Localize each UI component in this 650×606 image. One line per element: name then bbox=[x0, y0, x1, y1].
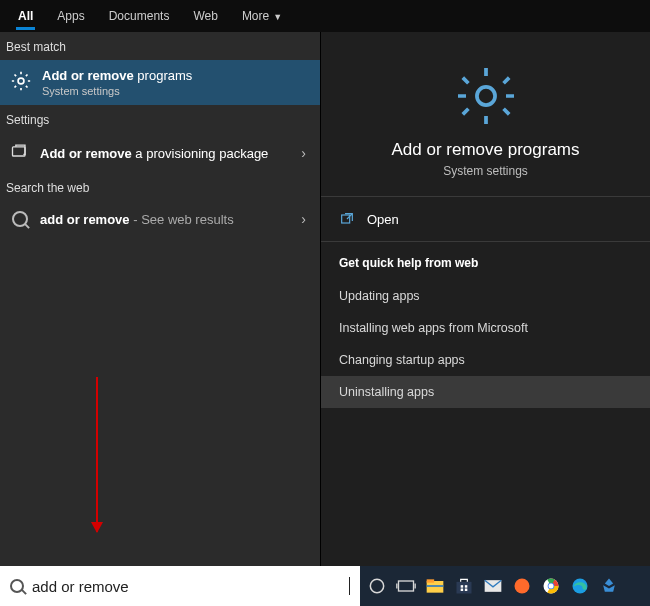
svg-rect-5 bbox=[399, 581, 414, 591]
result-subtitle: System settings bbox=[42, 85, 310, 97]
results-column: Best match Add or remove programs System… bbox=[0, 32, 320, 566]
tab-documents[interactable]: Documents bbox=[99, 3, 180, 29]
svg-point-4 bbox=[370, 579, 383, 592]
search-input[interactable] bbox=[32, 578, 348, 595]
annotation-arrow bbox=[96, 377, 98, 532]
open-icon bbox=[339, 211, 355, 227]
help-changing-startup[interactable]: Changing startup apps bbox=[321, 344, 650, 376]
tab-web[interactable]: Web bbox=[183, 3, 227, 29]
mail-icon[interactable] bbox=[482, 575, 504, 597]
result-add-remove-programs[interactable]: Add or remove programs System settings bbox=[0, 60, 320, 105]
microsoft-store-icon[interactable] bbox=[453, 575, 475, 597]
open-label: Open bbox=[367, 212, 399, 227]
tab-all[interactable]: All bbox=[8, 3, 43, 29]
chevron-down-icon: ▼ bbox=[273, 12, 282, 22]
text-cursor bbox=[349, 577, 350, 595]
result-web-search[interactable]: add or remove - See web results › bbox=[0, 201, 320, 237]
chrome-icon[interactable] bbox=[540, 575, 562, 597]
svg-rect-1 bbox=[13, 147, 26, 156]
help-updating-apps[interactable]: Updating apps bbox=[321, 280, 650, 312]
svg-rect-7 bbox=[427, 579, 435, 582]
svg-rect-9 bbox=[457, 582, 472, 594]
task-view-icon[interactable] bbox=[395, 575, 417, 597]
open-action[interactable]: Open bbox=[321, 197, 650, 241]
svg-rect-13 bbox=[465, 589, 468, 592]
gear-icon bbox=[10, 70, 32, 96]
preview-title: Add or remove programs bbox=[331, 140, 640, 160]
preview-subtitle: System settings bbox=[331, 164, 640, 178]
file-explorer-icon[interactable] bbox=[424, 575, 446, 597]
tab-apps[interactable]: Apps bbox=[47, 3, 94, 29]
preview-hero: Add or remove programs System settings bbox=[321, 52, 650, 196]
cortana-icon[interactable] bbox=[366, 575, 388, 597]
package-icon bbox=[10, 141, 30, 165]
browser-orange-icon[interactable] bbox=[511, 575, 533, 597]
chevron-right-icon[interactable]: › bbox=[297, 211, 310, 227]
svg-rect-11 bbox=[465, 585, 468, 588]
cloud-app-icon[interactable] bbox=[598, 575, 620, 597]
section-search-web: Search the web bbox=[0, 173, 320, 201]
result-title: add or remove - See web results bbox=[40, 212, 287, 227]
gear-icon bbox=[454, 64, 518, 128]
svg-rect-3 bbox=[342, 215, 350, 223]
section-best-match: Best match bbox=[0, 32, 320, 60]
section-settings: Settings bbox=[0, 105, 320, 133]
tab-more[interactable]: More▼ bbox=[232, 3, 292, 29]
search-bar[interactable] bbox=[0, 566, 360, 606]
svg-point-0 bbox=[18, 78, 24, 84]
search-tabs: All Apps Documents Web More▼ bbox=[0, 0, 650, 32]
svg-rect-6 bbox=[427, 581, 444, 593]
preview-column: Add or remove programs System settings O… bbox=[320, 32, 650, 566]
svg-rect-8 bbox=[427, 585, 444, 587]
svg-point-15 bbox=[515, 579, 530, 594]
result-title: Add or remove a provisioning package bbox=[40, 146, 287, 161]
result-provisioning-package[interactable]: Add or remove a provisioning package › bbox=[0, 133, 320, 173]
svg-point-2 bbox=[476, 87, 494, 105]
help-header: Get quick help from web bbox=[321, 242, 650, 280]
result-title: Add or remove programs bbox=[42, 68, 310, 83]
svg-point-18 bbox=[549, 584, 554, 589]
taskbar bbox=[360, 566, 650, 606]
edge-icon[interactable] bbox=[569, 575, 591, 597]
svg-rect-10 bbox=[461, 585, 464, 588]
chevron-right-icon[interactable]: › bbox=[297, 145, 310, 161]
help-installing-web-apps[interactable]: Installing web apps from Microsoft bbox=[321, 312, 650, 344]
svg-rect-12 bbox=[461, 589, 464, 592]
search-icon bbox=[10, 579, 24, 593]
help-uninstalling-apps[interactable]: Uninstalling apps bbox=[321, 376, 650, 408]
search-icon bbox=[12, 211, 28, 227]
